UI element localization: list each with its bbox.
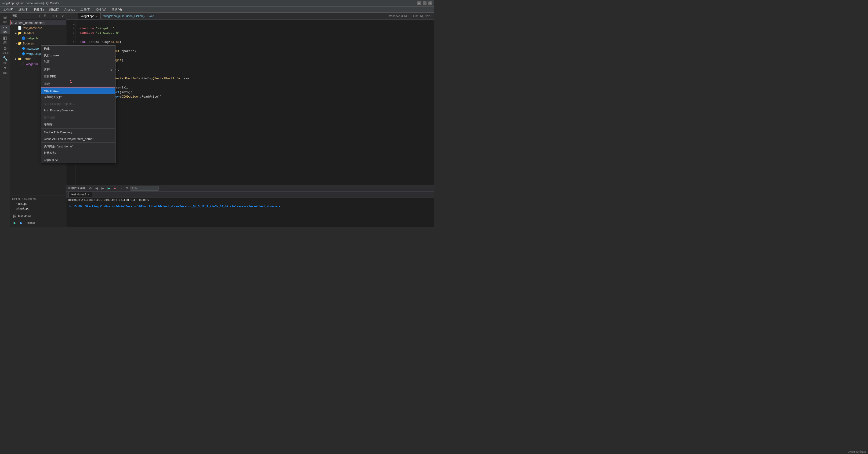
ctx-finddir-label: Find in This Directory...	[44, 131, 74, 134]
ctx-qmake[interactable]: 执行qmake	[41, 52, 115, 59]
activity-debug[interactable]: ⚙ Debug	[0, 46, 10, 55]
title-text: widget.cpp @ test_dome [master] - Qt Cre…	[2, 2, 417, 5]
tree-label-root: test_dome [master]	[19, 21, 44, 25]
doc-item-widget-cpp[interactable]: widget.cpp	[10, 206, 66, 211]
output-config-button[interactable]: ⚙	[124, 186, 129, 191]
tree-icon-root: 🗂	[14, 21, 18, 25]
tree-item-root[interactable]: ▶ 🗂 test_dome [master]	[10, 20, 66, 25]
menu-edit[interactable]: 编辑(E)	[16, 7, 31, 12]
ctx-rebuild[interactable]: 重新构建	[41, 73, 115, 80]
menu-build[interactable]: 构建(B)	[31, 7, 46, 12]
ctx-expandall[interactable]: Expand All	[41, 156, 115, 163]
run-button[interactable]: ▶	[12, 220, 17, 225]
split-icon[interactable]: ⊡	[51, 14, 55, 18]
tree-label-sources: Sources	[23, 41, 34, 45]
activity-design[interactable]: ◧ 设计	[0, 35, 10, 45]
tree-icon-forms: 📁	[18, 57, 22, 61]
output-next-button[interactable]: ▶	[100, 186, 105, 191]
editor-tab-widget-cpp[interactable]: widget.cpp ✕	[78, 13, 100, 19]
output-filter-input[interactable]	[130, 186, 159, 191]
activity-edit[interactable]: ✏ 编辑	[0, 25, 10, 34]
code-editor[interactable]: #include "widget.h" #include "ui_widget.…	[76, 20, 434, 185]
menu-controls[interactable]: 控件(W)	[93, 7, 109, 12]
window-controls: — □ ✕	[417, 1, 432, 5]
doc-item-main-cpp[interactable]: main.cpp	[10, 201, 66, 206]
add-icon[interactable]: +	[48, 14, 50, 18]
tree-arrow-forms: ▶	[15, 58, 18, 60]
ctx-clean[interactable]: 清除	[41, 81, 115, 87]
ctx-collapseall[interactable]: 折叠全部	[41, 150, 115, 156]
menu-tools[interactable]: 工具(T)	[78, 7, 93, 12]
activity-welcome[interactable]: ⊞ 欢迎	[0, 15, 10, 24]
output-line-3: 14:15:09: Starting C:\Users\Admin\Deskto…	[68, 205, 287, 208]
menu-analyze[interactable]: Analyze	[62, 7, 78, 12]
projects-icon: 🔧	[3, 56, 8, 61]
ctx-closeallfiles[interactable]: Close All Files in Project "test_dome"	[41, 136, 115, 142]
tab-close-widget-cpp[interactable]: ✕	[96, 15, 97, 18]
ctx-run-arrow: ▶	[111, 68, 113, 71]
minimize-button[interactable]: —	[417, 1, 421, 5]
welcome-icon: ⊞	[3, 15, 7, 20]
ctx-addlib[interactable]: 添加库...	[41, 121, 115, 128]
open-documents-section: Open Documents main.cpp widget.cpp	[10, 195, 66, 212]
left-panel: 项目 ⊟ ⛓ + ⊡ ‹ › ⟳ ▶ 🗂 test_dome [master] …	[10, 12, 66, 227]
run-config-label: Release	[25, 221, 35, 224]
ctx-addnew[interactable]: Add New...	[41, 87, 115, 94]
ctx-addexistingproj: Add Existing Projects...	[41, 101, 115, 107]
ctx-addexistingdir[interactable]: Add Existing Directory...	[41, 107, 115, 113]
ctx-sep-4	[41, 128, 115, 129]
tree-item-headers[interactable]: ▶ 📁 Headers	[10, 30, 66, 35]
output-settings-icon[interactable]: ⚙	[88, 186, 93, 191]
ctx-run[interactable]: 运行 ▶	[41, 66, 115, 73]
toolbar-back-button[interactable]: ‹	[68, 13, 72, 19]
output-prev-button[interactable]: ◀	[94, 186, 99, 191]
link-icon[interactable]: ⛓	[43, 14, 47, 18]
activity-help[interactable]: ? 帮助	[0, 66, 10, 75]
maximize-button[interactable]: □	[423, 1, 427, 5]
ctx-addlib-label: 添加库...	[44, 122, 55, 126]
activity-bar: ⊞ 欢迎 ✏ 编辑 ◧ 设计 ⚙ Debug 🔧 项目 ? 帮助	[0, 12, 10, 227]
filter-icon[interactable]: ⊟	[39, 14, 42, 18]
ctx-closeproject-label: 关闭项目 "test_dome"	[44, 144, 73, 149]
monitor-icon: 🖥	[12, 214, 17, 219]
tree-item-widget-h[interactable]: 🔵 widget.h	[10, 35, 66, 41]
nav-fwd-icon[interactable]: ›	[58, 14, 60, 18]
ctx-deploy[interactable]: 部署	[41, 59, 115, 65]
output-tab-close[interactable]: ✕	[88, 193, 89, 196]
output-minus-button[interactable]: −	[165, 186, 171, 191]
tree-item-pro[interactable]: 📄 test_dome.pro	[10, 25, 66, 30]
output-panel: 应用程序输出 ⚙ ◀ ▶ ▶ ■ ▷ ⚙ + − test_dome2 ✕ Re…	[66, 185, 434, 227]
tree-icon-widget-h: 🔵	[22, 36, 26, 40]
nav-back-icon[interactable]: ‹	[55, 14, 57, 18]
debug-run-button[interactable]: ▶	[19, 220, 24, 225]
menu-help[interactable]: 帮助(H)	[109, 7, 124, 12]
ctx-addexisting[interactable]: 添加现有文件...	[41, 94, 115, 101]
toolbar-fwd-button[interactable]: ›	[73, 13, 77, 19]
ctx-build[interactable]: 构建	[41, 46, 115, 52]
ctx-run-label: 运行	[44, 68, 50, 72]
output-debug-run-button[interactable]: ▷	[118, 186, 123, 191]
tree-label-headers: Headers	[23, 31, 34, 35]
ctx-closeproject[interactable]: 关闭项目 "test_dome"	[41, 143, 115, 150]
line-endings-label: Windows (CRLF)	[389, 15, 410, 18]
tree-item-sources[interactable]: ▼ 📁 Sources	[10, 41, 66, 46]
ctx-deploy-label: 部署	[44, 60, 50, 64]
sync-icon[interactable]: ⟳	[61, 14, 64, 18]
output-run-button[interactable]: ▶	[106, 186, 111, 191]
design-icon: ◧	[3, 35, 7, 40]
output-stop-button[interactable]: ■	[112, 186, 117, 191]
activity-projects[interactable]: 🔧 项目	[0, 56, 10, 65]
menu-file[interactable]: 文件(F)	[1, 7, 16, 12]
output-tab-testdome2[interactable]: test_dome2 ✕	[68, 192, 92, 197]
editor-status-right: Windows (CRLF) Line: 61, Col: 3	[389, 15, 432, 18]
ctx-addnew-label: Add New...	[44, 89, 59, 92]
tree-icon-main-cpp: 🔷	[22, 47, 26, 50]
output-plus-button[interactable]: +	[159, 186, 165, 191]
output-toolbar: 应用程序输出 ⚙ ◀ ▶ ▶ ■ ▷ ⚙ + −	[66, 185, 434, 192]
project-title: 项目	[12, 14, 18, 18]
open-documents-header: Open Documents	[10, 196, 66, 201]
run-section: 🖥 test_dome ▶ ▶ Release	[10, 212, 66, 227]
ctx-finddir[interactable]: Find in This Directory...	[41, 129, 115, 136]
close-button[interactable]: ✕	[428, 1, 432, 5]
menu-debug[interactable]: 调试(D)	[46, 7, 62, 12]
